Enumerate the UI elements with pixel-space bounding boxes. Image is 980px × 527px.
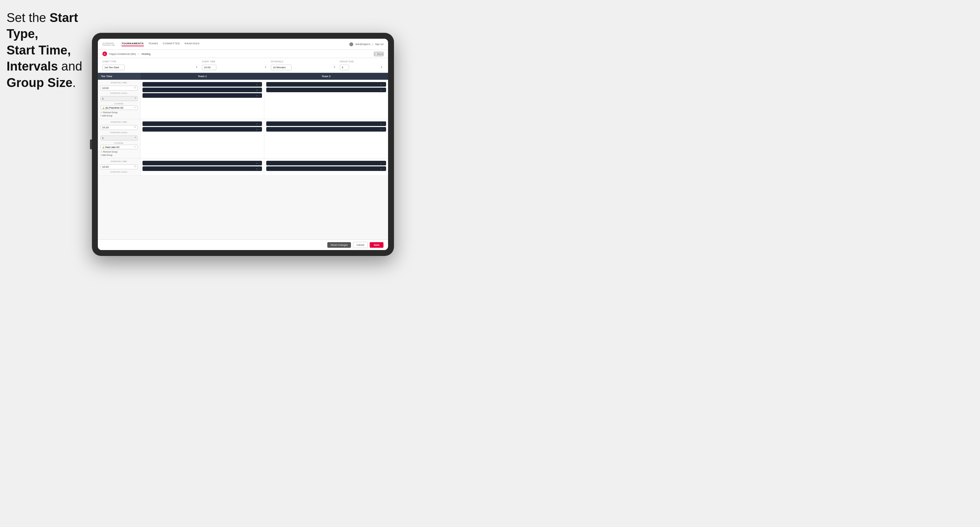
back-button[interactable]: < Back (374, 52, 383, 56)
course-label-1: COURSE: (100, 103, 138, 105)
nav-links: TOURNAMENTS TEAMS COMMITTEE RANKINGS (121, 42, 349, 46)
course-name-2: East Lake GC (105, 146, 120, 148)
starting-time-input-2[interactable] (100, 125, 138, 130)
table-header: Tee Time Team 1 Team 2 (98, 73, 388, 80)
intervals-select[interactable]: 10 Minutes (271, 65, 291, 70)
separator: | (372, 43, 373, 45)
player-remove-icon[interactable]: ✕ (256, 83, 258, 86)
player-edit-icon[interactable]: ○ (259, 95, 260, 97)
player-remove-icon[interactable]: ✕ (256, 162, 258, 164)
intervals-label: Intervals (271, 60, 337, 63)
player-edit-icon[interactable]: ○ (383, 83, 385, 85)
starting-hole-wrap-1: 1 (100, 95, 138, 101)
player-edit-icon[interactable]: ○ (259, 89, 260, 91)
team1-col-2: ✕ ○ ✕ ○ (140, 119, 264, 158)
player-cell: ✕ ○ (266, 161, 386, 165)
clock-icon-2: ⏱ (134, 125, 136, 128)
nav-tournaments[interactable]: TOURNAMENTS (121, 42, 144, 46)
current-page: Hosting (142, 52, 150, 56)
player-cell: ✕ ○ (266, 87, 386, 92)
reset-changes-button[interactable]: Reset Changes (327, 242, 351, 248)
clock-icon-1: ⏱ (134, 86, 136, 89)
remove-group-btn-1[interactable]: ○ Remove Group (100, 111, 138, 114)
player-edit-icon[interactable]: ○ (259, 128, 260, 130)
course-remove-2[interactable]: ✕ (134, 146, 136, 148)
tablet-side-button (90, 140, 92, 149)
player-remove-icon[interactable]: ✕ (380, 123, 382, 125)
starting-time-input-1[interactable] (100, 86, 138, 90)
starting-hole-wrap-2: 1 (100, 134, 138, 140)
player-remove-icon[interactable]: ✕ (380, 168, 382, 170)
player-edit-icon[interactable]: ○ (259, 168, 260, 170)
group-size-label: Group Size (340, 60, 383, 63)
starting-hole-select-1[interactable]: 1 (100, 96, 138, 101)
th-team2: Team 2 (264, 73, 388, 80)
course-remove-1[interactable]: ✕ (134, 106, 136, 109)
th-tee-time: Tee Time (98, 73, 140, 80)
controls-row: Start Type 1st Tee Start Start Time 10:0… (98, 58, 388, 73)
player-edit-icon[interactable]: ○ (383, 162, 385, 164)
player-edit-icon[interactable]: ○ (259, 162, 260, 164)
start-time-label: Start Time (202, 60, 267, 63)
group-size-group: Group Size 3 (340, 60, 383, 70)
group-1-side: STARTING TIME: ⏱ STARTING HOLE: 1 (98, 80, 140, 119)
starting-time-label-2: STARTING TIME: (100, 121, 138, 123)
player-edit-icon[interactable]: ○ (259, 123, 260, 125)
player-remove-icon[interactable]: ✕ (380, 89, 382, 91)
starting-time-input-wrap-3: ⏱ (100, 163, 138, 169)
start-time-select[interactable]: 10:00 (202, 65, 216, 70)
player-cell: ✕ ○ (266, 121, 386, 126)
sign-out-link[interactable]: Sign out (375, 43, 383, 45)
starting-hole-label-2: STARTING HOLE: (100, 132, 138, 133)
group-row-2: STARTING TIME: ⏱ STARTING HOLE: 1 (98, 119, 388, 159)
clock-icon-3: ⏱ (134, 165, 136, 168)
start-type-select[interactable]: 1st Tee Start (102, 65, 125, 70)
player-remove-icon[interactable]: ✕ (380, 162, 382, 164)
player-edit-icon[interactable]: ○ (383, 168, 385, 170)
course-label-2: COURSE: (100, 142, 138, 144)
player-remove-icon[interactable]: ✕ (256, 95, 258, 97)
team2-col-2: ✕ ○ ✕ ○ (264, 119, 388, 158)
footer-bar: Reset Changes Cancel Save (98, 240, 388, 250)
player-cell: ✕ ○ (143, 127, 262, 132)
player-edit-icon[interactable]: ○ (383, 89, 385, 91)
player-remove-icon[interactable]: ✕ (256, 128, 258, 130)
nav-committee[interactable]: COMMITTEE (163, 42, 180, 46)
player-remove-icon[interactable]: ✕ (256, 89, 258, 91)
add-group-btn-1[interactable]: + Add Group (100, 114, 138, 117)
starting-time-input-3[interactable] (100, 164, 138, 169)
course-name-1: (A) Peachtree GC (105, 106, 124, 109)
start-type-label: Start Type (102, 60, 199, 63)
team2-col-1: ✕ ○ ✕ ○ (264, 80, 388, 119)
player-edit-icon[interactable]: ○ (383, 128, 385, 130)
brand-icon: C (102, 51, 107, 56)
user-avatar (349, 42, 353, 46)
player-edit-icon[interactable]: ○ (383, 123, 385, 125)
player-cell: ✕ ○ (266, 82, 386, 87)
start-type-select-wrapper: 1st Tee Start (102, 63, 199, 70)
player-remove-icon[interactable]: ✕ (380, 128, 382, 130)
nav-rankings[interactable]: RANKINGS (185, 42, 200, 46)
remove-group-btn-2[interactable]: ○ Remove Group (100, 150, 138, 153)
player-remove-icon[interactable]: ✕ (256, 123, 258, 125)
group-actions-2: ○ Remove Group + Add Group (100, 150, 138, 156)
start-type-group: Start Type 1st Tee Start (102, 60, 199, 70)
sub-header: C Clippd Invitational (Me) > Hosting < B… (98, 50, 388, 58)
player-remove-icon[interactable]: ✕ (380, 83, 382, 86)
nav-teams[interactable]: TEAMS (148, 42, 158, 46)
player-edit-icon[interactable]: ○ (259, 83, 260, 85)
group-size-select[interactable]: 3 (340, 65, 349, 70)
user-email: blair@clippd.io (355, 43, 370, 45)
tablet-screen: SCOREBOARD Powered by clipp TOURNAMENTS … (98, 39, 388, 250)
cancel-button[interactable]: Cancel (353, 242, 368, 248)
add-group-btn-2[interactable]: + Add Group (100, 154, 138, 156)
main-content[interactable]: STARTING TIME: ⏱ STARTING HOLE: 1 (98, 80, 388, 240)
breadcrumb: Clippd Invitational (Me) > Hosting (109, 52, 150, 56)
course-icon-2: ⛳ (102, 146, 104, 148)
save-button[interactable]: Save (370, 242, 383, 248)
player-remove-icon[interactable]: ✕ (256, 168, 258, 170)
tournament-name: Clippd Invitational (Me) (109, 52, 136, 56)
starting-hole-select-2[interactable]: 1 (100, 135, 138, 140)
intervals-select-wrapper: 10 Minutes (271, 63, 337, 70)
user-info: blair@clippd.io | Sign out (349, 42, 383, 46)
